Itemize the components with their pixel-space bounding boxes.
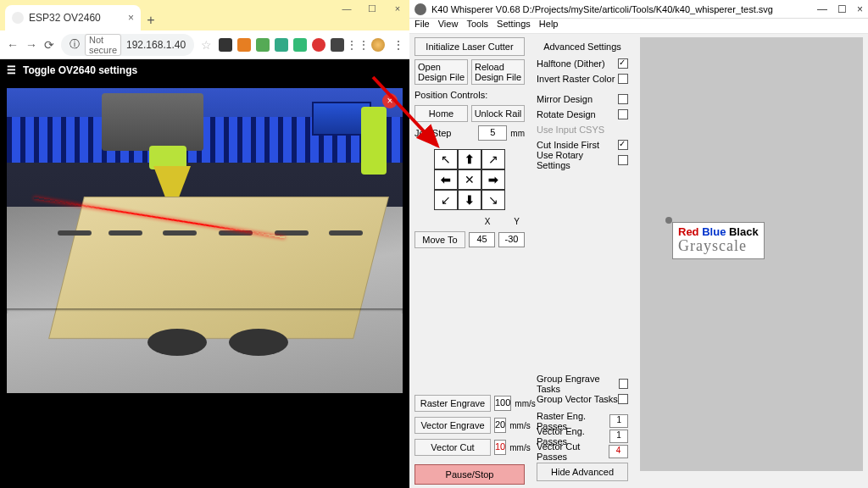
y-axis-label: Y — [514, 217, 520, 226]
ext-icon[interactable] — [219, 38, 232, 52]
reload-file-button[interactable]: Reload Design File — [471, 59, 525, 85]
reload-icon[interactable]: ⟳ — [44, 36, 54, 53]
inside-checkbox[interactable] — [618, 140, 628, 150]
tab-strip: ESP32 OV2460 × + — ☐ × — [0, 0, 409, 30]
rotate-label: Rotate Design — [537, 109, 596, 119]
new-tab-button[interactable]: + — [141, 10, 161, 30]
design-preview: Red Blue Black Grayscale — [672, 222, 765, 259]
vector-engrave-button[interactable]: Vector Engrave — [415, 417, 491, 434]
close-icon[interactable]: × — [857, 3, 863, 15]
jog-ur-icon[interactable]: ↗ — [481, 149, 505, 169]
mirror-label: Mirror Design — [537, 94, 593, 104]
halftone-checkbox[interactable] — [618, 58, 628, 69]
minimize-icon[interactable]: — — [817, 3, 827, 15]
invert-checkbox[interactable] — [618, 74, 628, 84]
group-vector-label: Group Vector Tasks — [537, 394, 618, 404]
ext-icon[interactable] — [331, 38, 344, 52]
title-bar: K40 Whisperer V0.68 D:/Projects/mySite/a… — [409, 0, 868, 19]
menu-help[interactable]: Help — [539, 19, 559, 33]
design-canvas[interactable]: Red Blue Black Grayscale — [640, 37, 863, 471]
group-vector-checkbox[interactable] — [618, 394, 628, 404]
invert-label: Invert Raster Color — [537, 74, 615, 84]
forward-icon[interactable]: → — [25, 36, 37, 53]
unlock-rail-button[interactable]: Unlock Rail — [471, 105, 525, 122]
address-bar[interactable]: ⓘ Not secure 192.168.1.40 — [61, 34, 194, 56]
open-file-button[interactable]: Open Design File — [415, 59, 468, 85]
ext-icon[interactable] — [293, 38, 307, 52]
menu-file[interactable]: File — [415, 19, 430, 33]
menu-bar: File View Tools Settings Help — [409, 19, 868, 34]
bookmark-icon[interactable]: ☆ — [201, 36, 212, 53]
vector-engrave-speed-input[interactable]: 20 — [494, 418, 506, 433]
jog-up-icon[interactable]: ⬆ — [458, 149, 481, 169]
ext-icon[interactable] — [312, 38, 326, 52]
rotate-checkbox[interactable] — [618, 109, 628, 119]
minimize-icon[interactable]: — — [338, 3, 355, 14]
move-to-button[interactable]: Move To — [415, 231, 465, 248]
lock-icon: ⓘ — [70, 37, 80, 52]
menu-settings[interactable]: Settings — [497, 19, 531, 33]
vector-cut-speed-input[interactable]: 10 — [494, 440, 506, 455]
window-title: K40 Whisperer V0.68 D:/Projects/mySite/a… — [431, 4, 773, 14]
advanced-panel: Advanced Settings Halftone (Dither) Inve… — [530, 34, 635, 488]
group-engrave-checkbox[interactable] — [619, 379, 628, 389]
back-icon[interactable]: ← — [7, 36, 19, 53]
ext-icon[interactable] — [237, 38, 251, 52]
origin-marker — [665, 217, 672, 224]
menu-icon[interactable]: ⋮ — [390, 36, 407, 53]
camera-panel: × — [0, 81, 409, 488]
jog-center-icon[interactable]: ✕ — [458, 169, 481, 190]
browser-tab[interactable]: ESP32 OV2460 × — [5, 5, 141, 30]
unit-label: mm/s — [509, 421, 530, 430]
favicon — [12, 12, 24, 24]
hide-advanced-button[interactable]: Hide Advanced — [537, 463, 628, 481]
raster-passes-input[interactable]: 1 — [609, 414, 628, 428]
pause-stop-button[interactable]: Pause/Stop — [415, 464, 525, 485]
avatar[interactable] — [371, 38, 385, 52]
page-header: ☰ Toggle OV2640 settings — [0, 59, 409, 81]
move-y-input[interactable]: -30 — [498, 232, 525, 247]
jog-ul-icon[interactable]: ↖ — [434, 149, 458, 169]
grayscale-text: Grayscale — [678, 237, 747, 254]
jog-down-icon[interactable]: ⬇ — [458, 190, 481, 210]
close-icon[interactable]: × — [389, 3, 406, 14]
close-tab-icon[interactable]: × — [128, 12, 134, 24]
vector-eng-passes-input[interactable]: 1 — [609, 430, 628, 443]
app-icon — [415, 3, 426, 15]
security-badge: Not secure — [85, 34, 121, 56]
halftone-label: Halftone (Dither) — [537, 58, 605, 69]
jog-left-icon[interactable]: ⬅ — [434, 169, 458, 190]
vector-cut-passes-input[interactable]: 4 — [609, 445, 628, 458]
jog-dl-icon[interactable]: ↙ — [434, 190, 458, 210]
hamburger-icon[interactable]: ☰ — [7, 64, 16, 76]
inside-label: Cut Inside First — [537, 140, 599, 150]
maximize-icon[interactable]: ☐ — [364, 3, 381, 14]
jog-step-input[interactable]: 5 — [478, 125, 507, 141]
vector-cut-button[interactable]: Vector Cut — [415, 439, 491, 456]
x-axis-label: X — [485, 217, 491, 226]
close-camera-icon[interactable]: × — [382, 93, 398, 108]
puzzle-icon[interactable]: ⋮⋮ — [349, 36, 366, 53]
raster-speed-input[interactable]: 100 — [494, 396, 511, 411]
menu-tools[interactable]: Tools — [466, 19, 488, 33]
ext-icon[interactable] — [275, 38, 288, 52]
home-button[interactable]: Home — [415, 105, 468, 122]
rotary-checkbox[interactable] — [618, 155, 628, 165]
chrome-window: ESP32 OV2460 × + — ☐ × ← → ⟳ ⓘ Not secur… — [0, 0, 409, 488]
ext-icon[interactable] — [256, 38, 270, 52]
k40-window: K40 Whisperer V0.68 D:/Projects/mySite/a… — [409, 0, 868, 488]
maximize-icon[interactable]: ☐ — [837, 3, 847, 15]
mirror-checkbox[interactable] — [618, 94, 628, 104]
left-controls: Initialize Laser Cutter Open Design File… — [409, 34, 530, 488]
initialize-button[interactable]: Initialize Laser Cutter — [415, 37, 525, 56]
jog-dr-icon[interactable]: ↘ — [481, 190, 505, 210]
jog-right-icon[interactable]: ➡ — [481, 169, 505, 190]
advanced-header: Advanced Settings — [531, 37, 633, 56]
unit-label: mm/s — [509, 443, 530, 452]
toggle-settings-label[interactable]: Toggle OV2640 settings — [23, 64, 137, 76]
red-text: Red — [678, 225, 699, 238]
vector-cut-passes-label: Vector Cut Passes — [537, 441, 609, 462]
menu-view[interactable]: View — [438, 19, 459, 33]
move-x-input[interactable]: 45 — [469, 232, 495, 247]
raster-engrave-button[interactable]: Raster Engrave — [415, 395, 491, 412]
